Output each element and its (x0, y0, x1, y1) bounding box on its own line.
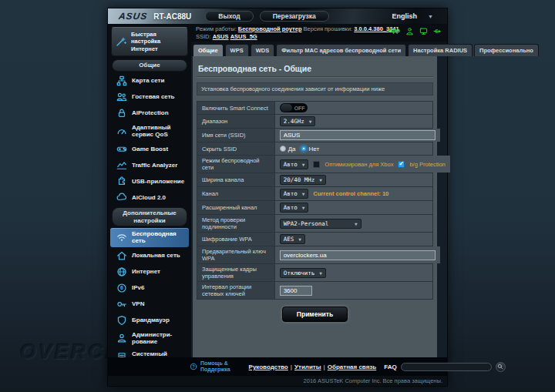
channel-bandwidth-select[interactable]: 20/40 MHz▼ (280, 175, 326, 185)
apply-button[interactable]: Применить (282, 307, 348, 322)
form-row: Шифрование WPAAES▼ (197, 233, 432, 246)
sidebar-item-guest-network[interactable]: Гостевая сеть (110, 89, 189, 105)
control-channel-select[interactable]: Авто▼ (280, 189, 309, 199)
band-select[interactable]: 2.4GHz▼ (280, 116, 316, 126)
footer-link-0[interactable]: Руководство (249, 364, 288, 370)
sidebar-item-wan[interactable]: Интернет (110, 264, 189, 280)
select-value: Авто (284, 190, 298, 197)
wpa-encryption-select[interactable]: AES▼ (280, 234, 305, 244)
content-column: Режим работы: Беспроводной роутер Версия… (191, 24, 447, 357)
faq-label: FAQ (384, 364, 396, 370)
asus-logo: ASUS (118, 11, 148, 22)
status-bar: Режим работы: Беспроводной роутер Версия… (191, 24, 447, 42)
ssid-link-24[interactable]: ASUS (213, 33, 229, 40)
logout-button[interactable]: Выход (205, 11, 253, 22)
magic-wand-icon (115, 35, 127, 48)
panel-area: Беспроводная сеть - Общие Установка бесп… (191, 56, 447, 357)
ssid-label: Имя сети (SSID) (197, 129, 275, 142)
reboot-button[interactable]: Перезагрузка (260, 11, 329, 22)
form-row: Имя сети (SSID) (197, 129, 432, 142)
auth-method-value-cell: WPA2-Personal▼ (275, 215, 432, 232)
app-link[interactable]: App (388, 27, 400, 35)
channel-bandwidth-value-cell: 20/40 MHz▼ (275, 173, 432, 186)
globe-icon (116, 266, 127, 277)
ssid-link-5g[interactable]: ASUS_5G (230, 33, 257, 40)
gauge-icon (116, 126, 127, 136)
wireless-mode-checkbox-1[interactable]: ✓ (398, 161, 405, 168)
radio-label: Нет (309, 146, 320, 152)
sidebar-item-firewall[interactable]: Брандмауэр (110, 313, 189, 328)
lan-icon[interactable] (419, 27, 428, 35)
auth-method-select[interactable]: WPA2-Personal▼ (280, 219, 362, 229)
control-channel-label: Канал (197, 187, 275, 200)
tab-professional[interactable]: Профессионально (474, 44, 539, 56)
log-icon (116, 352, 127, 357)
svg-text:6: 6 (120, 285, 123, 290)
cloud-icon (116, 192, 127, 203)
hide-ssid-radio-1[interactable]: Нет (301, 146, 320, 152)
user-icon[interactable] (405, 27, 414, 35)
sidebar-item-aiprotection[interactable]: AiProtection (110, 106, 189, 121)
key-rotation-value-cell (275, 282, 432, 299)
hide-ssid-radio-0[interactable]: Да (280, 146, 296, 152)
tab-wds[interactable]: WDS (251, 44, 275, 56)
protected-frames-select[interactable]: Отключить▼ (280, 268, 326, 278)
sidebar-item-lan[interactable]: Локальная сеть (110, 248, 189, 263)
wpa-key-value-cell (275, 246, 440, 263)
band-label: Диапазон (197, 115, 275, 128)
protected-frames-value-cell: Отключить▼ (275, 264, 432, 281)
chevron-down-icon: ▼ (319, 270, 322, 276)
usb-icon[interactable] (433, 27, 442, 35)
key-rotation-input[interactable] (280, 286, 312, 296)
wireless-mode-label: Режим беспроводной сети (197, 156, 275, 173)
sidebar-item-administration[interactable]: Администри-​рование (110, 329, 189, 347)
wifi-icon (116, 232, 127, 243)
sidebar-item-traffic-analyzer[interactable]: Traffic Analyzer (110, 157, 189, 173)
footer-link-2[interactable]: Обратная связь (328, 364, 376, 370)
select-value: Авто (284, 161, 298, 168)
wireless-mode-select[interactable]: Авто▼ (280, 159, 309, 169)
wpa-key-input[interactable] (280, 250, 436, 260)
sidebar-item-wireless[interactable]: Беспроводная сеть (110, 228, 189, 246)
sidebar-item-label: Системный журнал (132, 350, 187, 357)
faq-search-button[interactable] (496, 362, 506, 372)
tab-mac-filter[interactable]: Фильтр MAC адресов беспроводной сети (276, 44, 406, 56)
form-row: Скрыть SSIDДаНет (197, 142, 432, 156)
sidebar-item-aicloud[interactable]: AiCloud 2.0 (110, 189, 189, 205)
form-row: Защищенные кадры управленияОтключить▼ (197, 264, 432, 282)
status-icons: App (388, 27, 442, 35)
faq-search-input[interactable] (401, 363, 492, 371)
wireless-mode-checkbox-0[interactable] (313, 161, 320, 168)
sidebar-item-system-log[interactable]: Системный журнал (110, 348, 189, 357)
router-admin-window: ASUS RT-AC88U Выход Перезагрузка English… (107, 8, 448, 387)
globe6-icon: 6 (116, 283, 127, 293)
ssid-input[interactable] (280, 130, 436, 140)
operation-mode-link[interactable]: Беспроводной роутер (238, 25, 302, 32)
tab-radius[interactable]: Настройка RADIUS (408, 44, 473, 56)
quick-setup-button[interactable]: Быстрая настройкаИнтернет (111, 27, 188, 56)
faq-search: FAQ (384, 362, 505, 372)
radio-dot (301, 146, 307, 152)
sidebar-item-vpn[interactable]: VPN (110, 297, 189, 312)
smart-connect-toggle[interactable]: OFF (280, 103, 308, 112)
sidebar-item-label: Гостевая сеть (132, 93, 175, 100)
chart-icon (116, 159, 127, 170)
language-select[interactable]: English ▼ (392, 12, 441, 20)
extension-channel-select[interactable]: Авто▼ (280, 203, 309, 213)
sidebar-item-game-boost[interactable]: Game Boost (110, 141, 189, 156)
tab-general[interactable]: Общие (193, 44, 224, 56)
form-row: Ширина канала20/40 MHz▼ (197, 173, 432, 187)
toggle-state-label: OFF (294, 106, 305, 111)
sidebar-item-ipv6[interactable]: 6IPv6 (110, 280, 189, 296)
sidebar-item-label: AiProtection (132, 109, 169, 116)
help-line2: Поддержка (200, 367, 230, 372)
sidebar-item-adaptive-qos[interactable]: Адаптивный сервис QoS (110, 122, 189, 140)
sidebar-item-usb-app[interactable]: USB-приложение (110, 173, 189, 189)
sidebar-item-label: IPv6 (132, 284, 144, 291)
help-support-link[interactable]: ? Помощь & Поддержка (190, 360, 230, 374)
tab-wps[interactable]: WPS (225, 44, 249, 56)
sidebar-item-network-map[interactable]: Карта сети (110, 73, 189, 89)
chevron-down-icon: ▼ (302, 162, 305, 167)
form-row: Метод проверки подлинностиWPA2-Personal▼ (197, 215, 432, 233)
footer-link-1[interactable]: Утилиты (294, 364, 321, 370)
